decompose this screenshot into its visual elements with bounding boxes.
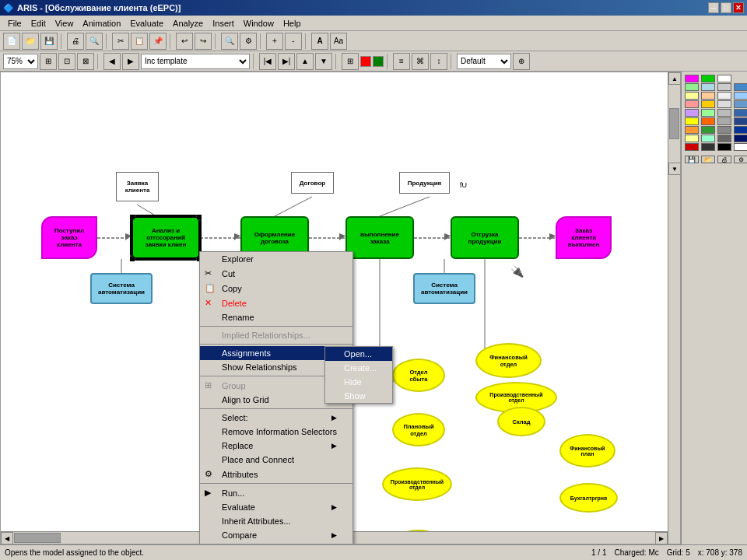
ctx-compare[interactable]: Compare ▶ <box>200 528 352 542</box>
minimize-btn[interactable]: ─ <box>708 2 719 13</box>
nav-r[interactable]: ▶| <box>278 53 295 70</box>
print-btn[interactable]: 🖨 <box>67 33 84 50</box>
ctx-evaluate[interactable]: Evaluate ▶ <box>200 500 352 514</box>
org-node-otdel-sbyta[interactable]: Отделсбыта <box>392 359 445 392</box>
font-btn[interactable]: Aa <box>330 33 347 50</box>
color-green[interactable] <box>701 75 715 82</box>
color-row6-1[interactable] <box>685 117 699 125</box>
color-row7-1[interactable] <box>685 126 699 134</box>
zoom-select[interactable]: 75% 50% 100% <box>3 54 38 69</box>
menu-help[interactable]: Help <box>279 17 306 30</box>
color-blue-rect[interactable] <box>734 83 747 91</box>
close-btn[interactable]: ✕ <box>733 2 744 13</box>
color-row5-1[interactable] <box>685 109 699 117</box>
color-row5-3[interactable] <box>717 109 731 117</box>
org-node-sklad[interactable]: Склад <box>497 407 545 436</box>
redo-btn[interactable]: ↪ <box>195 33 212 50</box>
color-row3-1[interactable] <box>685 92 699 100</box>
grid-btn[interactable]: ⊞ <box>342 53 359 70</box>
scroll-right-btn[interactable]: ▶ <box>655 532 668 544</box>
ctx-explorer[interactable]: Explorer <box>200 252 352 266</box>
submenu-create[interactable]: Create... <box>325 361 392 375</box>
menu-view[interactable]: View <box>51 17 79 30</box>
org-node-buhgal[interactable]: Бухгалтргрня <box>559 483 618 513</box>
misc2[interactable]: ⌘ <box>412 53 429 70</box>
color-row9-1[interactable] <box>685 143 699 151</box>
color-row4-4[interactable] <box>734 100 747 108</box>
zoom-sel-btn[interactable]: ⊡ <box>58 53 75 70</box>
color-magenta[interactable] <box>685 75 699 82</box>
color-row6-4[interactable] <box>734 117 747 125</box>
scroll-down-btn[interactable]: ▼ <box>668 163 681 175</box>
find-btn[interactable]: 🔍 <box>221 33 238 50</box>
color-row5-4[interactable] <box>734 109 747 117</box>
ctx-chart[interactable]: Chart... <box>200 542 352 544</box>
scroll-thumb-v[interactable] <box>669 108 679 139</box>
menu-insert[interactable]: Insert <box>208 17 239 30</box>
doc-node-3[interactable]: Продукция <box>399 172 450 194</box>
color-row9-3[interactable] <box>717 143 731 151</box>
color-row8-4[interactable] <box>734 135 747 142</box>
org-node-finansoviy[interactable]: Финансовыйотдел <box>475 343 542 378</box>
color-icon2[interactable]: 📂 <box>701 156 715 163</box>
event-node-2[interactable]: Заказклиентавыполнен <box>556 216 612 259</box>
process-node-1[interactable]: Анализ иотгccopанийзаявки клиен <box>132 216 200 259</box>
system-node-2[interactable]: Системаавтоматизации <box>413 273 475 304</box>
properties-btn[interactable]: ⚙ <box>240 33 257 50</box>
color-smile1[interactable] <box>685 135 699 142</box>
ctx-delete[interactable]: ✕ Delete <box>200 296 352 310</box>
color-row7-2[interactable] <box>701 126 715 134</box>
copy-btn[interactable]: 📋 <box>131 33 148 50</box>
scroll-thumb-h[interactable] <box>14 533 61 543</box>
nav-btn1[interactable]: ◀ <box>103 53 121 70</box>
color-row6-3[interactable] <box>717 117 731 125</box>
view-all-btn[interactable]: ⊠ <box>77 53 94 70</box>
misc3[interactable]: ↕ <box>430 53 447 70</box>
color-row4-3[interactable] <box>717 100 731 108</box>
color-row9-4[interactable] <box>734 143 747 151</box>
doc-node-1[interactable]: Заявкаклиента <box>116 172 159 201</box>
diagram-canvas[interactable]: fU Поступилзаказклиента Анализ иотгccopа… <box>0 72 681 544</box>
color-icon3[interactable]: 🖨 <box>717 156 731 163</box>
scroll-left-btn[interactable]: ◀ <box>1 532 13 544</box>
color-ltgreen[interactable] <box>685 83 699 91</box>
ctx-cut[interactable]: ✂ Cut <box>200 266 352 281</box>
color-row7-3[interactable] <box>717 126 731 134</box>
zoom-in-btn[interactable]: + <box>266 33 283 50</box>
color-white[interactable] <box>717 75 731 82</box>
new-btn[interactable]: 📄 <box>3 33 20 50</box>
ctx-select[interactable]: Select: ▶ <box>200 411 352 425</box>
menu-file[interactable]: File <box>3 17 26 30</box>
nav-u[interactable]: ▲ <box>296 53 314 70</box>
nav-d[interactable]: ▼ <box>315 53 332 70</box>
ctx-attributes[interactable]: ⚙ Attributes <box>200 467 352 481</box>
zoom-out-btn[interactable]: - <box>285 33 302 50</box>
ctx-run[interactable]: ▶ Run... <box>200 485 352 500</box>
ctx-place[interactable]: Place and Connect <box>200 453 352 467</box>
color-row3-4[interactable] <box>734 92 747 100</box>
template-select[interactable]: Inc template <box>141 54 250 69</box>
color-row3-3[interactable] <box>717 92 731 100</box>
color-icon1[interactable]: 💾 <box>685 156 699 163</box>
scroll-up-btn[interactable]: ▲ <box>668 72 681 85</box>
submenu-hide[interactable]: Hide <box>325 375 392 389</box>
maximize-btn[interactable]: □ <box>721 2 731 13</box>
process-node-4[interactable]: Отгрузкапродукции <box>451 216 519 259</box>
org-node-planoviy[interactable]: Плановыйотдел <box>392 413 445 446</box>
system-node-1[interactable]: Системаавтоматизации <box>90 273 153 304</box>
menu-animation[interactable]: Animation <box>78 17 125 30</box>
paste-btn[interactable]: 📌 <box>149 33 167 50</box>
process-node-3[interactable]: выполнениезаказа <box>345 216 414 259</box>
preview-btn[interactable]: 🔍 <box>86 33 103 50</box>
color-row3-2[interactable] <box>701 92 715 100</box>
ctx-replace[interactable]: Replace ▶ <box>200 439 352 453</box>
color-smile2[interactable] <box>701 135 715 142</box>
color-row4-2[interactable] <box>701 100 715 108</box>
nav-btn2[interactable]: ▶ <box>122 53 139 70</box>
undo-btn[interactable]: ↩ <box>176 33 193 50</box>
scrollbar-vertical[interactable]: ▲ ▼ <box>668 72 680 544</box>
color-row5-2[interactable] <box>701 109 715 117</box>
menu-evaluate[interactable]: Evaluate <box>125 17 168 30</box>
menu-window[interactable]: Window <box>239 17 279 30</box>
submenu-show[interactable]: Show <box>325 389 392 403</box>
